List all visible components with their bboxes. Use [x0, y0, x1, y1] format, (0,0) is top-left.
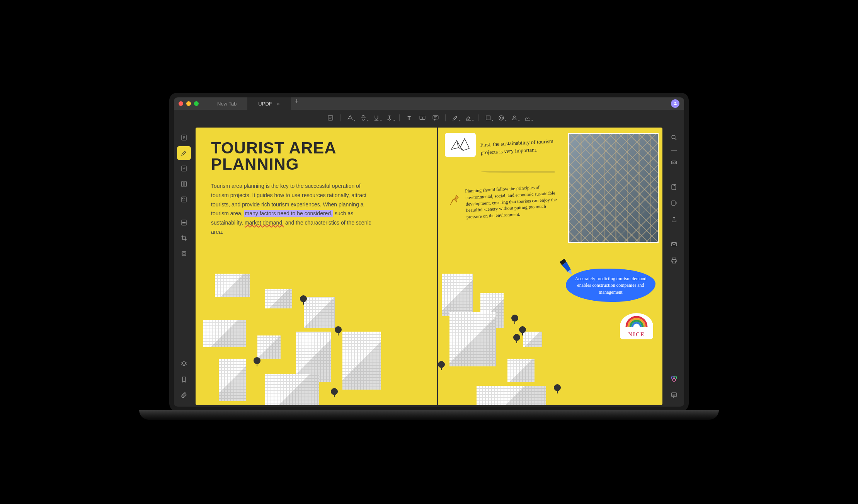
- strikethrough-tool-icon[interactable]: [358, 112, 369, 124]
- svg-rect-10: [433, 116, 438, 119]
- illustration-city: [196, 225, 437, 405]
- handwritten-note-2: Planning should follow the principles of…: [465, 183, 559, 220]
- squiggly-tool-icon[interactable]: T: [384, 112, 395, 124]
- squiggly-text: market demand,: [245, 220, 284, 226]
- compress-icon[interactable]: [177, 247, 191, 261]
- tab-label: New Tab: [217, 101, 237, 107]
- collapse-icon[interactable]: —: [671, 147, 677, 153]
- svg-rect-34: [183, 252, 185, 255]
- document-title: TOURIST AREA PLANNING: [211, 140, 422, 172]
- svg-rect-32: [182, 222, 186, 223]
- close-tab-icon[interactable]: ×: [277, 100, 280, 107]
- layers-icon[interactable]: [177, 357, 191, 371]
- text-tool-icon[interactable]: T: [403, 112, 415, 124]
- document-paragraph: Tourism area planning is the key to the …: [211, 182, 373, 237]
- textbox-tool-icon[interactable]: T: [417, 112, 428, 124]
- signature-tool-icon[interactable]: [522, 112, 533, 124]
- svg-rect-28: [182, 198, 184, 199]
- export-icon[interactable]: [667, 196, 681, 210]
- page-canvas[interactable]: TOURIST AREA PLANNING Tourism area plann…: [194, 126, 664, 407]
- pushpin-sticker-icon: [448, 193, 462, 207]
- svg-point-15: [499, 116, 504, 120]
- rainbow-sticker-icon: NICE: [620, 313, 653, 339]
- pencil-tool-icon[interactable]: [449, 112, 461, 124]
- share-icon[interactable]: [667, 213, 681, 226]
- origami-sticker-icon: [445, 133, 476, 157]
- svg-rect-42: [671, 243, 677, 246]
- svg-rect-43: [672, 258, 676, 260]
- sticker-tool-icon[interactable]: [495, 112, 507, 124]
- svg-text:T: T: [388, 115, 391, 119]
- svg-point-18: [514, 116, 516, 118]
- sticker-label: NICE: [628, 332, 645, 338]
- eraser-tool-icon[interactable]: [463, 112, 474, 124]
- comment-mode-icon[interactable]: [177, 146, 191, 160]
- svg-text:T: T: [422, 116, 424, 120]
- svg-point-16: [500, 117, 501, 118]
- comment-panel-icon[interactable]: [667, 388, 681, 402]
- stamp-tool-icon[interactable]: [509, 112, 520, 124]
- svg-rect-25: [181, 182, 184, 186]
- svg-point-17: [502, 117, 503, 118]
- titlebar: New Tab UPDF × +: [174, 97, 684, 110]
- svg-rect-41: [672, 201, 675, 205]
- maximize-window[interactable]: [194, 101, 199, 106]
- note-tool-icon[interactable]: [325, 112, 336, 124]
- svg-text:T: T: [408, 115, 411, 121]
- close-window[interactable]: [179, 101, 183, 106]
- construction-photo: [568, 133, 659, 243]
- svg-rect-40: [672, 184, 676, 190]
- search-icon[interactable]: [667, 131, 681, 145]
- redact-icon[interactable]: [177, 216, 191, 230]
- highlighted-text: many factors need to be considered,: [244, 210, 333, 217]
- shape-tool-icon[interactable]: [482, 112, 494, 124]
- edit-mode-icon[interactable]: [177, 162, 191, 175]
- tab-updf[interactable]: UPDF ×: [247, 97, 291, 110]
- svg-point-48: [672, 378, 676, 381]
- minimize-window[interactable]: [186, 101, 191, 106]
- svg-line-37: [675, 138, 676, 140]
- marker-annotation: Accurately predicting tourism demand ena…: [566, 269, 655, 302]
- svg-rect-0: [328, 116, 333, 120]
- svg-text:OCR: OCR: [672, 161, 677, 163]
- svg-rect-27: [182, 197, 186, 202]
- page-left: TOURIST AREA PLANNING Tourism area plann…: [196, 128, 437, 405]
- underline-stroke-icon: [481, 172, 555, 172]
- tab-new[interactable]: New Tab: [206, 97, 247, 110]
- svg-rect-49: [671, 393, 677, 397]
- svg-rect-26: [184, 182, 187, 186]
- user-avatar[interactable]: [671, 99, 679, 108]
- ocr-icon[interactable]: OCR: [667, 155, 681, 169]
- left-sidebar: [174, 126, 194, 407]
- page-mode-icon[interactable]: [177, 177, 191, 191]
- crop-icon[interactable]: [177, 231, 191, 245]
- svg-rect-33: [182, 252, 186, 256]
- highlight-tool-icon[interactable]: [344, 112, 356, 124]
- fill-mode-icon[interactable]: [177, 192, 191, 206]
- add-tab-button[interactable]: +: [291, 97, 303, 110]
- print-icon[interactable]: [667, 254, 681, 267]
- attachment-icon[interactable]: [177, 388, 191, 402]
- reader-mode-icon[interactable]: [177, 131, 191, 145]
- bookmark-icon[interactable]: [177, 373, 191, 387]
- tab-label: UPDF: [258, 101, 272, 107]
- right-sidebar: — OCR: [664, 126, 684, 407]
- window-controls: [179, 101, 199, 106]
- underline-tool-icon[interactable]: [371, 112, 382, 124]
- email-icon[interactable]: [667, 237, 681, 251]
- svg-rect-14: [486, 116, 490, 120]
- annotation-toolbar: T T T: [174, 110, 684, 126]
- callout-tool-icon[interactable]: [430, 112, 441, 124]
- page-right: First, the sustainability of tourism pro…: [438, 128, 662, 405]
- svg-point-36: [672, 135, 675, 139]
- ai-icon[interactable]: [667, 372, 681, 386]
- handwritten-note-1: First, the sustainability of tourism pro…: [480, 137, 562, 157]
- save-icon[interactable]: [667, 180, 681, 194]
